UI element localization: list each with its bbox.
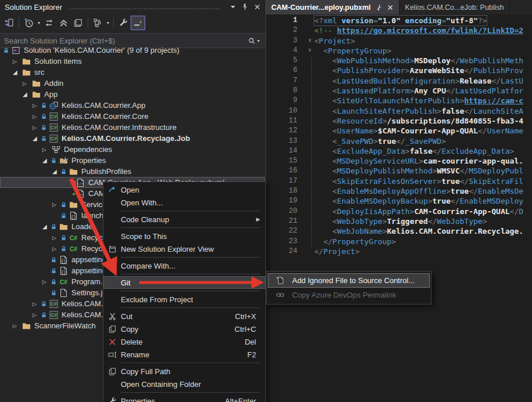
code-line: 1<?xml version="1.0" encoding="utf-8"?> <box>266 16 532 26</box>
menu-item-label: Open With... <box>121 198 265 207</box>
sync-with-active-document-button[interactable] <box>2 16 16 30</box>
line-number: 6 <box>266 66 305 75</box>
code-line: 20 <DeployIisAppPath>CAM-Courrier-App-QU… <box>266 207 532 216</box>
drag-grip[interactable] <box>69 8 220 10</box>
tree-item[interactable]: ▷C#Kelios.CAM.Courrier.Infrastructure <box>0 122 265 133</box>
chevron-expanded-icon[interactable]: ◢ <box>23 91 31 97</box>
window-position-chevron-icon[interactable] <box>227 2 238 13</box>
tree-item[interactable]: ◢PublishProfiles <box>0 166 265 177</box>
chevron-collapsed-icon[interactable]: ▷ <box>33 312 41 318</box>
tree-item[interactable]: ▷Solution items <box>0 56 265 67</box>
chevron-collapsed-icon[interactable]: ▷ <box>33 125 41 131</box>
close-tab-icon[interactable] <box>387 4 394 11</box>
svg-text:C#: C# <box>60 279 67 285</box>
fold-chevron-icon[interactable]: ∨ <box>305 46 314 56</box>
search-input[interactable]: Search Solution Explorer (Ctrl+$) <box>4 37 248 45</box>
submenu-item-add-ignored-file-to-source-control[interactable]: Add Ignored File to Source Control... <box>268 273 430 288</box>
chevron-expanded-icon[interactable]: ◢ <box>42 223 51 230</box>
tree-item[interactable]: ◢src <box>0 67 265 78</box>
menu-item-rename[interactable]: RenameF2 <box>103 348 265 361</box>
code-line: 14 <ExcludeApp_Data>false</ExcludeApp_Da… <box>266 146 532 156</box>
properties-wrench-button[interactable] <box>116 16 131 30</box>
tree-item-label: ScannerFileWatch <box>34 321 96 330</box>
chevron-expanded-icon[interactable]: ◢ <box>33 135 41 142</box>
chevron-expanded-icon[interactable]: ◢ <box>52 168 60 175</box>
menu-item-exclude-from-project[interactable]: Exclude From Project <box>103 293 265 306</box>
menu-item-compare-with[interactable]: Compare With... <box>103 259 265 272</box>
menu-item-git[interactable]: Git▶ <box>103 276 265 289</box>
tree-item[interactable]: ▷Dependencies <box>0 144 265 155</box>
chevron-expanded-icon[interactable]: ◢ <box>13 69 21 75</box>
lock-icon <box>41 312 48 318</box>
editor-pane: CAM-Courrier...eploy.pubxmlKelios.CAM.Co… <box>266 0 532 402</box>
copy-icon <box>103 325 121 334</box>
tree-item[interactable]: ▷C#Kelios.CAM.Courrier.Core <box>0 111 265 122</box>
fold-chevron-icon[interactable]: ∨ <box>305 36 314 46</box>
tree-item[interactable]: ◢App <box>0 89 265 100</box>
menu-separator <box>121 363 260 363</box>
chevron-collapsed-icon[interactable]: ▷ <box>23 81 31 86</box>
line-number: 16 <box>266 166 305 176</box>
search-icon[interactable] <box>248 37 256 45</box>
menu-item-copy-full-path[interactable]: Copy Full Path <box>103 365 265 378</box>
code-text: <EnableMSDeployBackup>true</EnableMSDepl… <box>314 196 523 206</box>
toolbar-separator <box>19 17 19 28</box>
menu-item-cut[interactable]: CutCtrl+X <box>103 310 265 323</box>
line-number: 14 <box>266 146 305 156</box>
chevron-collapsed-icon[interactable]: ▷ <box>52 202 60 208</box>
json-file-icon: {} <box>69 211 78 220</box>
chevron-collapsed-icon[interactable]: ▷ <box>52 246 60 252</box>
menu-item-open-with[interactable]: Open With... <box>103 196 265 209</box>
menu-item-open-containing-folder[interactable]: Open Containing Folder <box>103 378 265 390</box>
show-all-files-button[interactable] <box>71 16 85 30</box>
menu-item-code-cleanup[interactable]: Code Cleanup▶ <box>103 213 265 226</box>
xml-editor[interactable]: 1<?xml version="1.0" encoding="utf-8"?>2… <box>266 15 532 402</box>
pending-changes-filter-button[interactable] <box>21 16 36 30</box>
menu-item-copy[interactable]: CopyCtrl+C <box>103 323 265 335</box>
document-tab[interactable]: CAM-Courrier...eploy.pubxml <box>266 0 400 15</box>
code-text: </Project> <box>314 247 360 256</box>
tree-item-label: Solution items <box>34 57 82 66</box>
chevron-collapsed-icon[interactable]: ▷ <box>33 103 41 108</box>
chevron-collapsed-icon[interactable]: ▷ <box>33 114 41 119</box>
menu-item-scope-to-this[interactable]: Scope to This <box>103 230 265 242</box>
dropdown-caret-icon[interactable]: ▾ <box>105 20 111 26</box>
tree-item-label: Kelios.CAM.Courrier.Infrastructure <box>62 123 177 132</box>
line-number: 8 <box>266 86 305 96</box>
lock-icon <box>51 267 58 274</box>
menu-item-shortcut: F2 <box>247 350 256 359</box>
tree-item[interactable]: ▷Kelios.CAM.Courrier.App <box>0 100 265 111</box>
tree-item[interactable]: ◢Properties <box>0 155 265 166</box>
document-tab[interactable]: Kelios.CAM.Co...eJob: Publish <box>400 0 509 15</box>
menu-item-new-solution-explorer-view[interactable]: New Solution Explorer View <box>103 242 265 255</box>
menu-item-properties[interactable]: PropertiesAlt+Enter <box>103 394 265 402</box>
dropdown-caret-icon[interactable]: ▾ <box>36 20 42 26</box>
switch-views-button[interactable] <box>42 16 56 30</box>
close-icon[interactable] <box>251 2 263 13</box>
lock-icon <box>41 135 48 142</box>
menu-item-delete[interactable]: DeleteDel <box>103 335 265 348</box>
tree-item[interactable]: ▷Addin <box>0 78 265 89</box>
collapse-all-button[interactable] <box>56 16 71 30</box>
pin-tab-icon[interactable] <box>375 4 382 11</box>
menu-item-label: Cut <box>121 312 235 321</box>
preview-selected-items-button[interactable] <box>131 16 145 30</box>
menu-item-shortcut: Alt+Enter <box>225 397 256 402</box>
chevron-expanded-icon[interactable]: ◢ <box>42 157 51 164</box>
tree-item[interactable]: Solution 'Kelios.CAM.Courrier' (9 of 9 p… <box>0 45 265 56</box>
chevron-collapsed-icon[interactable]: ▷ <box>13 59 21 64</box>
chevron-collapsed-icon[interactable]: ▷ <box>42 147 51 153</box>
menu-item-label: Copy <box>121 325 235 334</box>
chevron-collapsed-icon[interactable]: ▷ <box>52 235 60 241</box>
chevron-collapsed-icon[interactable]: ▷ <box>33 301 41 307</box>
hierarchy-button[interactable] <box>91 16 105 30</box>
chevron-collapsed-icon[interactable]: ▷ <box>42 279 51 285</box>
chevron-collapsed-icon[interactable]: ▷ <box>13 323 21 329</box>
tree-item[interactable]: ◢C#Kelios.CAM.Courrier.Recyclage.Job <box>0 133 265 144</box>
file-icon <box>59 288 69 298</box>
line-number: 5 <box>266 56 305 66</box>
menu-item-open[interactable]: Open <box>103 183 265 196</box>
line-number: 24 <box>266 247 305 256</box>
search-caret-icon[interactable]: ▾ <box>256 38 261 44</box>
pin-icon[interactable] <box>239 2 250 13</box>
